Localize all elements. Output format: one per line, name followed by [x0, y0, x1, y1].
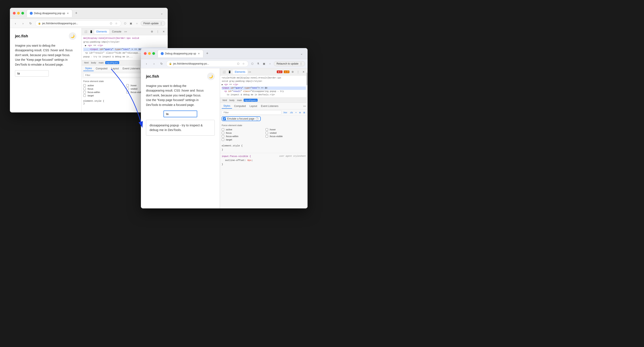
split-icon-1[interactable]: ▣ — [129, 21, 133, 26]
close-button-1[interactable] — [13, 12, 16, 14]
cast-icon-1[interactable]: ⬡ — [109, 21, 113, 26]
styles-tab-1[interactable]: Styles — [83, 66, 94, 71]
breadcrumb-main-1[interactable]: main — [98, 61, 105, 64]
reload-button-2[interactable]: ↻ — [159, 61, 164, 67]
force-active-2[interactable]: :active — [222, 128, 262, 131]
breadcrumb-html-2[interactable]: html — [222, 99, 228, 102]
tab-1-active[interactable]: Debug disappearing pop up ✕ — [26, 10, 72, 17]
force-focus-visible-2[interactable]: :focus-visible — [266, 135, 306, 138]
star-icon-2[interactable]: ☆ — [242, 62, 246, 66]
tab-close-1[interactable]: ✕ — [66, 12, 69, 15]
force-active-1[interactable]: :active — [83, 84, 123, 87]
dark-mode-toggle-1[interactable]: 🌙 — [69, 32, 76, 40]
scrollbar-thumb-2[interactable] — [306, 72, 308, 85]
emulate-focused-checkbox[interactable] — [223, 117, 226, 120]
profile-icon-1[interactable]: ○ — [135, 21, 139, 26]
tab-expand-1[interactable]: ⌄ — [159, 10, 165, 16]
checkbox-hover-2[interactable] — [266, 128, 268, 131]
cls-filter-2[interactable]: .cls — [289, 111, 294, 114]
checkbox-visited-2[interactable] — [266, 132, 268, 134]
computed-tab-1[interactable]: Computed — [94, 66, 109, 71]
maximize-button-2[interactable] — [152, 52, 155, 55]
force-target-1[interactable]: :target — [83, 94, 123, 97]
force-visited-2[interactable]: :visited — [266, 132, 306, 134]
force-focus-within-1[interactable]: :focus-within — [83, 91, 123, 94]
event-listeners-tab-2[interactable]: Event Listeners — [259, 104, 280, 108]
breadcrumb-body-2[interactable]: body — [229, 99, 236, 102]
cast-icon-2[interactable]: ⬡ — [236, 62, 240, 66]
breadcrumb-html-1[interactable]: html — [83, 61, 90, 64]
tuning-icon-2[interactable]: ⚗ — [256, 62, 260, 66]
tab-close-2[interactable]: ✕ — [197, 52, 200, 55]
reload-button-1[interactable]: ↻ — [28, 20, 34, 26]
back-button-2[interactable]: ‹ — [144, 61, 149, 67]
star-icon-1[interactable]: ☆ — [114, 21, 118, 26]
maximize-button-1[interactable] — [21, 12, 24, 14]
styles-more-2[interactable]: >> — [303, 105, 306, 107]
filter-input-2[interactable] — [222, 110, 282, 114]
force-focus-1[interactable]: :focus — [83, 88, 123, 90]
force-hover-2[interactable]: :hover — [266, 128, 306, 131]
settings-icon-1[interactable]: ⚙ — [150, 29, 154, 34]
device-icon-1[interactable]: 📱 — [89, 29, 94, 34]
query-input-1[interactable] — [15, 70, 49, 76]
event-listeners-tab-1[interactable]: Event Listeners — [121, 66, 142, 71]
filter-input-1[interactable] — [83, 73, 146, 77]
new-tab-button-2[interactable]: + — [204, 51, 210, 56]
devtools-tab-console-1[interactable]: Console — [110, 29, 124, 34]
checkbox-focus-1[interactable] — [83, 88, 86, 90]
close-devtools-2[interactable]: ✕ — [301, 70, 306, 74]
force-target-2[interactable]: :target — [222, 138, 262, 141]
checkbox-target-1[interactable] — [83, 94, 86, 97]
checkbox-visited-1[interactable] — [126, 88, 129, 90]
forward-button-2[interactable]: › — [151, 61, 157, 67]
minimize-button-1[interactable] — [17, 12, 20, 14]
html-2-selected[interactable]: <input id="query" type="text"> == $0 — [222, 86, 306, 90]
update-button-1[interactable]: Finish update ⋮ — [141, 21, 165, 26]
plus-filter-2[interactable]: + — [294, 111, 298, 114]
inspector-icon-1[interactable]: ⬜ — [83, 29, 88, 34]
devtools-more-tabs-2[interactable]: >> — [248, 71, 251, 73]
breadcrumb-input-2[interactable]: input#query — [244, 99, 258, 102]
force-focus-2[interactable]: :focus — [222, 132, 262, 134]
help-icon[interactable]: ? — [256, 117, 258, 120]
more-icon-2[interactable]: ⋮ — [296, 70, 300, 74]
layout-tab-1[interactable]: Layout — [110, 66, 120, 71]
address-field-2[interactable]: 🔒 jec.fish/demo/disappearing-po... ⬡ ☆ — [166, 60, 248, 67]
update-button-2[interactable]: Relaunch to update ⋮ — [274, 61, 305, 66]
close-button-2[interactable] — [144, 52, 146, 55]
split-icon-2[interactable]: ▣ — [262, 62, 266, 66]
checkbox-active-1[interactable] — [83, 84, 86, 87]
breadcrumb-main-2[interactable]: main — [236, 99, 243, 102]
extension-icon-2[interactable]: ⬡ — [250, 62, 254, 66]
breadcrumb-body-1[interactable]: body — [90, 61, 97, 64]
devtools-tab-elements-1[interactable]: Elements — [94, 29, 109, 34]
checkbox-target-2[interactable] — [222, 138, 224, 141]
layout-tab-2[interactable]: Layout — [248, 104, 259, 108]
devtools-tab-elements-2[interactable]: Elements — [233, 70, 248, 74]
checkbox-focus-within-2[interactable] — [222, 135, 224, 138]
inspector-icon-2[interactable]: ⬜ — [222, 70, 226, 74]
profile-icon-2[interactable]: ○ — [268, 62, 272, 66]
minimize-button-2[interactable] — [148, 52, 151, 55]
close-devtools-1[interactable]: ✕ — [161, 29, 166, 34]
forward-button-1[interactable]: › — [20, 20, 26, 26]
dark-mode-toggle-2[interactable]: 🌙 — [207, 72, 215, 80]
device-icon-2[interactable]: 📱 — [227, 70, 232, 74]
grid-filter-2[interactable]: ⊞ — [302, 111, 306, 114]
tab-2-active[interactable]: Debug disappearing pop up ✕ — [158, 50, 203, 58]
more-icon-1[interactable]: ⋮ — [156, 29, 160, 34]
checkbox-hover-1[interactable] — [126, 84, 129, 87]
tab-expand-2[interactable]: ⌄ — [299, 51, 304, 56]
settings-icon-2[interactable]: ⚙ — [290, 70, 295, 74]
force-focus-within-2[interactable]: :focus-within — [222, 135, 262, 138]
checkbox-focus-visible-1[interactable] — [126, 91, 129, 94]
new-tab-button-1[interactable]: + — [73, 10, 79, 16]
styles-tab-2[interactable]: Styles — [222, 104, 232, 109]
address-field-1[interactable]: 🔒 jec.fish/demo/disappearing-po... ⬡ ☆ — [35, 20, 121, 26]
more-filter-2[interactable]: ⊕ — [298, 111, 302, 114]
breadcrumb-input-1[interactable]: input#query — [105, 61, 119, 64]
checkbox-focus-within-1[interactable] — [83, 91, 86, 94]
extension-icon-1[interactable]: ⬡ — [123, 21, 127, 26]
computed-tab-2[interactable]: Computed — [232, 104, 248, 108]
